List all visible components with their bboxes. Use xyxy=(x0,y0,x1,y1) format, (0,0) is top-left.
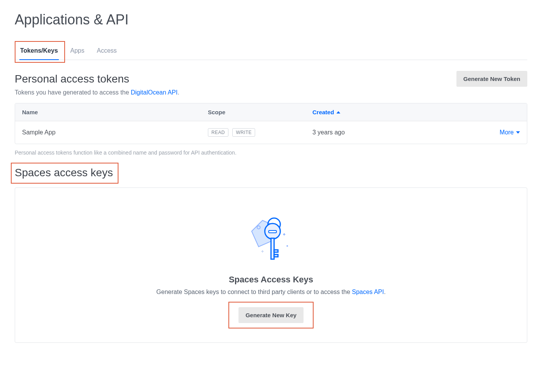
table-row: Sample App READ WRITE 3 years ago More xyxy=(15,121,527,144)
pat-subtext-suffix: . xyxy=(178,89,179,96)
tab-tokens-keys[interactable]: Tokens/Keys xyxy=(19,43,59,60)
token-more-menu[interactable]: More xyxy=(500,129,520,136)
pat-subtext: Tokens you have generated to access the … xyxy=(15,89,527,96)
pat-table: Name Scope Created Sample App READ WRITE… xyxy=(15,103,527,144)
svg-rect-6 xyxy=(274,250,278,252)
scope-badge-write: WRITE xyxy=(232,128,255,137)
pat-table-header: Name Scope Created xyxy=(15,103,527,121)
pat-subtext-prefix: Tokens you have generated to access the xyxy=(15,89,131,96)
page-title: Applications & API xyxy=(15,12,527,28)
pat-heading: Personal access tokens xyxy=(15,73,129,85)
spaces-empty-desc-suffix: . xyxy=(384,289,386,295)
pat-footnote: Personal access tokens function like a c… xyxy=(15,150,527,156)
spaces-api-link[interactable]: Spaces API xyxy=(352,289,384,295)
token-scopes: READ WRITE xyxy=(208,128,312,137)
spaces-empty-title: Spaces Access Keys xyxy=(31,275,511,285)
svg-rect-7 xyxy=(274,254,278,257)
col-header-name[interactable]: Name xyxy=(22,109,208,115)
generate-new-key-button[interactable]: Generate New Key xyxy=(238,307,304,323)
col-header-created-label: Created xyxy=(312,109,334,115)
col-header-scope[interactable]: Scope xyxy=(208,109,312,115)
token-more-label: More xyxy=(500,129,514,136)
spaces-heading: Spaces access keys xyxy=(15,167,113,179)
scope-badge-read: READ xyxy=(208,128,228,137)
key-icon xyxy=(244,211,298,265)
spaces-empty-desc-prefix: Generate Spaces keys to connect to third… xyxy=(156,289,352,295)
tab-apps[interactable]: Apps xyxy=(70,43,85,60)
col-header-created[interactable]: Created xyxy=(312,109,429,115)
sort-ascending-icon xyxy=(336,111,340,113)
svg-rect-4 xyxy=(269,230,276,233)
spaces-empty-desc: Generate Spaces keys to connect to third… xyxy=(31,289,511,296)
svg-point-8 xyxy=(286,245,288,247)
digitalocean-api-link[interactable]: DigitalOcean API xyxy=(131,89,178,96)
token-name: Sample App xyxy=(22,129,208,136)
generate-new-token-button[interactable]: Generate New Token xyxy=(456,71,527,87)
token-created: 3 years ago xyxy=(312,129,429,136)
chevron-down-icon xyxy=(516,131,520,134)
tab-access[interactable]: Access xyxy=(96,43,118,60)
col-header-actions xyxy=(429,109,520,115)
spaces-empty-panel: Spaces Access Keys Generate Spaces keys … xyxy=(15,187,527,343)
tabs-bar: Tokens/Keys Apps Access xyxy=(15,43,527,60)
